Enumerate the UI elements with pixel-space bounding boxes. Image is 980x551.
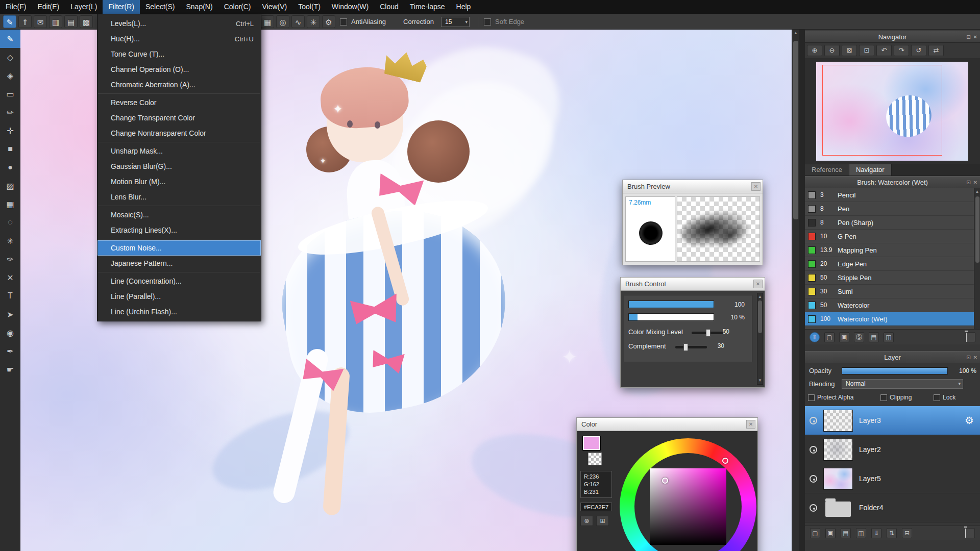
filter-menu-item-tone-curve[interactable]: Tone Curve (T)...	[97, 46, 261, 62]
reset-rotation-icon[interactable]: ↺	[911, 45, 926, 56]
tool-pen[interactable]: ✒	[0, 342, 20, 360]
color-panel-titlebar[interactable]: Color ✕	[577, 418, 757, 431]
menu-layer[interactable]: Layer(L)	[65, 0, 103, 14]
transparent-color-swatch[interactable]	[588, 453, 602, 465]
new-brush-icon[interactable]: ▢	[824, 332, 835, 342]
menu-select[interactable]: Select(S)	[140, 0, 181, 14]
brush-item[interactable]: 50 Stipple Pen	[805, 271, 974, 285]
layer-thumbnail[interactable]	[823, 468, 853, 490]
scroll-down-icon[interactable]: ▼	[757, 377, 763, 384]
close-icon[interactable]: ✕	[973, 355, 977, 360]
soft-edge-checkbox[interactable]	[484, 18, 491, 26]
hue-wheel[interactable]	[620, 438, 756, 551]
sv-marker[interactable]	[662, 478, 668, 484]
comment-icon[interactable]: ✉	[34, 15, 47, 28]
tool-stamp[interactable]: ◈	[0, 66, 20, 85]
tool-magic-wand[interactable]: ✳	[0, 232, 20, 250]
clipping-checkbox[interactable]	[880, 394, 887, 401]
script-brush-icon[interactable]: Ⓢ	[854, 332, 864, 342]
close-icon[interactable]: ✕	[746, 420, 755, 429]
tool-move[interactable]: ✛	[0, 121, 20, 140]
filter-menu-item-unsharp-mask[interactable]: Unsharp Mask...	[97, 143, 261, 159]
board-icon[interactable]: ▩	[80, 15, 93, 28]
brush-item[interactable]: 8 Pen (Sharp)	[805, 216, 974, 230]
chat-icon[interactable]: ▥	[49, 15, 62, 28]
layer-visibility-icon[interactable]	[810, 504, 817, 512]
filter-menu-item-motion-blur[interactable]: Motion Blur (M)...	[97, 174, 261, 189]
tool-bucket[interactable]: ●	[0, 158, 20, 177]
scroll-up-icon[interactable]: ▲	[792, 30, 799, 37]
blending-dropdown[interactable]: Normal ▾	[842, 379, 963, 389]
merge-down-icon[interactable]: ⇓	[871, 528, 881, 538]
antialiasing-checkbox[interactable]	[340, 18, 347, 26]
paint-mode-icon[interactable]: ✎	[3, 15, 16, 28]
rotate-right-icon[interactable]: ↷	[894, 45, 909, 56]
filter-menu-item-chromatic-aberration[interactable]: Chromatic Aberration (A)...	[97, 77, 261, 92]
slider-handle[interactable]	[683, 343, 688, 351]
tool-select-pen[interactable]: ✑	[0, 250, 20, 268]
menu-filter[interactable]: Filter(R)	[103, 0, 140, 14]
brush-list-scrollbar[interactable]: ▲	[974, 188, 980, 329]
scroll-up-icon[interactable]: ▲	[974, 188, 980, 195]
filter-menu-item-channel-operation[interactable]: Channel Operation (O)...	[97, 62, 261, 77]
snap-radial-icon[interactable]: ✳	[307, 15, 320, 28]
foreground-color-swatch[interactable]	[583, 436, 600, 450]
dock-icon[interactable]: ⊡	[966, 34, 970, 40]
rotate-left-icon[interactable]: ↶	[876, 45, 892, 56]
menu-snap[interactable]: Snap(N)	[181, 0, 218, 14]
protect-alpha-option[interactable]: Protect Alpha	[808, 394, 853, 401]
flip-view-icon[interactable]: ⇄	[928, 45, 944, 56]
layer-visibility-icon[interactable]	[810, 446, 817, 454]
tool-select-eraser[interactable]: ✕	[0, 268, 20, 287]
lock-checkbox[interactable]	[934, 394, 940, 401]
brush-item[interactable]: 50 Watercolor	[805, 298, 974, 312]
tool-gradient[interactable]: ▨	[0, 177, 20, 195]
menu-tool[interactable]: Tool(T)	[292, 0, 326, 14]
dock-icon[interactable]: ⊡	[966, 355, 970, 360]
menu-view[interactable]: View(V)	[257, 0, 293, 14]
snap-circle-icon[interactable]: ◎	[276, 15, 289, 28]
upload-icon[interactable]: ⇑	[18, 15, 32, 28]
duplicate-brush-icon[interactable]: ▣	[839, 332, 849, 342]
tool-hand[interactable]: ☛	[0, 360, 20, 379]
close-icon[interactable]: ✕	[973, 34, 977, 40]
layer-thumbnail[interactable]	[823, 439, 853, 461]
brush-item[interactable]: 13.9 Mapping Pen	[805, 243, 974, 257]
actual-size-icon[interactable]: ⊡	[859, 45, 874, 56]
close-icon[interactable]: ✕	[753, 280, 763, 288]
layer-row[interactable]: Layer2	[805, 435, 980, 464]
filter-menu-item-mosaic[interactable]: Mosaic(S)...	[97, 207, 261, 222]
hex-value[interactable]: #ECA2E7	[580, 503, 612, 511]
protect-alpha-checkbox[interactable]	[808, 394, 815, 401]
filter-menu-item-hue[interactable]: Hue(H)...Ctrl+U	[97, 31, 261, 46]
filter-menu-item-reverse-color[interactable]: Reverse Color	[97, 95, 261, 110]
brush-item[interactable]: 30 Sumi	[805, 285, 974, 298]
navigator-thumbnail[interactable]	[816, 62, 968, 161]
delete-layer-trash-icon[interactable]	[965, 528, 975, 538]
filter-menu-item-gaussian-blur[interactable]: Gaussian Blur(G)...	[97, 159, 261, 174]
filter-menu-item-custom-noise[interactable]: Custom Noise...	[97, 240, 261, 256]
delete-brush-trash-icon[interactable]	[965, 332, 975, 342]
brush-preview-titlebar[interactable]: Brush Preview ✕	[623, 180, 763, 193]
tool-rectangle[interactable]: ▭	[0, 85, 20, 103]
dock-icon[interactable]: ⊡	[966, 180, 970, 185]
opacity-slider[interactable]	[842, 367, 948, 374]
brush-opacity-slider[interactable]	[628, 313, 714, 321]
scroll-up-icon[interactable]: ▲	[757, 293, 763, 300]
filter-menu-item-line-urchin-flash[interactable]: Line (Urchin Flash)...	[97, 304, 261, 319]
navigator-view-rect[interactable]	[822, 65, 942, 156]
brush-item[interactable]: 3 Pencil	[805, 188, 974, 202]
layer-visibility-icon[interactable]	[810, 417, 817, 424]
tool-eraser[interactable]: ◇	[0, 48, 20, 66]
filter-menu-item-change-nontransparent-color[interactable]: Change Nontransparent Color	[97, 126, 261, 141]
brush-control-scrollbar[interactable]: ▲ ▼	[757, 293, 763, 385]
tool-shape-fill[interactable]: ■	[0, 140, 20, 158]
tool-select-rect[interactable]: ▦	[0, 195, 20, 213]
correction-dropdown[interactable]: 15 ▾	[441, 17, 470, 27]
layer-row[interactable]: Layer5	[805, 464, 980, 493]
filter-menu-item-lens-blur[interactable]: Lens Blur...	[97, 189, 261, 205]
zoom-out-icon[interactable]: ⊖	[824, 45, 840, 56]
menu-timelapse[interactable]: Time-lapse	[404, 0, 451, 14]
brush-scroll-thumb[interactable]	[975, 196, 979, 263]
menu-file[interactable]: File(F)	[0, 0, 32, 14]
